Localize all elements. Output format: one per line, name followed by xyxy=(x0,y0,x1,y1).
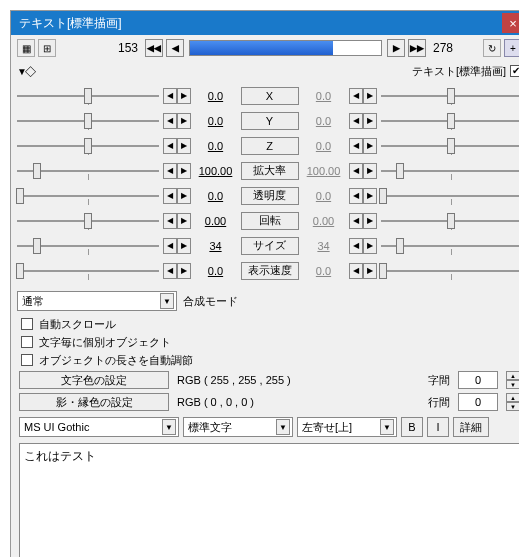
align-combo[interactable]: 左寄せ[上] ▼ xyxy=(297,417,397,437)
nudge-dec-button[interactable]: ◀ xyxy=(349,138,363,154)
nudge-dec-button[interactable]: ◀ xyxy=(163,213,177,229)
param-name-button[interactable]: サイズ xyxy=(241,237,299,255)
param-name-button[interactable]: 拡大率 xyxy=(241,162,299,180)
param-slider-right[interactable] xyxy=(381,137,520,155)
param-value-right[interactable]: 0.0 xyxy=(303,90,345,102)
param-value-right[interactable]: 0.0 xyxy=(303,190,345,202)
add-button[interactable]: + xyxy=(504,39,519,57)
nudge-inc-button[interactable]: ▶ xyxy=(177,213,191,229)
seek-prev-button[interactable]: ◀ xyxy=(166,39,184,57)
nudge-inc-button[interactable]: ▶ xyxy=(363,88,377,104)
nudge-dec-button[interactable]: ◀ xyxy=(349,163,363,179)
param-name-button[interactable]: Y xyxy=(241,112,299,130)
nudge-dec-button[interactable]: ◀ xyxy=(163,263,177,279)
seek-end-button[interactable]: ▶▶ xyxy=(408,39,426,57)
param-value-left[interactable]: 0.0 xyxy=(195,190,237,202)
nudge-dec-button[interactable]: ◀ xyxy=(349,238,363,254)
timeline-bar[interactable] xyxy=(189,40,382,56)
param-slider-right[interactable] xyxy=(381,237,520,255)
param-value-right[interactable]: 0.0 xyxy=(303,115,345,127)
seek-next-button[interactable]: ▶ xyxy=(387,39,405,57)
param-value-left[interactable]: 0.0 xyxy=(195,115,237,127)
nudge-dec-button[interactable]: ◀ xyxy=(163,238,177,254)
option-checkbox[interactable] xyxy=(21,354,33,366)
spin-down-button[interactable]: ▼ xyxy=(506,380,519,389)
param-slider-left[interactable] xyxy=(17,187,159,205)
nudge-inc-button[interactable]: ▶ xyxy=(177,163,191,179)
nudge-inc-button[interactable]: ▶ xyxy=(177,88,191,104)
nudge-inc-button[interactable]: ▶ xyxy=(177,188,191,204)
blend-mode-combo[interactable]: 通常 ▼ xyxy=(17,291,177,311)
nudge-dec-button[interactable]: ◀ xyxy=(163,188,177,204)
italic-button[interactable]: I xyxy=(427,417,449,437)
collapse-icon[interactable]: ▼ xyxy=(17,66,27,77)
param-value-left[interactable]: 0.0 xyxy=(195,90,237,102)
bold-button[interactable]: B xyxy=(401,417,423,437)
nudge-dec-button[interactable]: ◀ xyxy=(349,88,363,104)
text-color-button[interactable]: 文字色の設定 xyxy=(19,371,169,389)
nudge-dec-button[interactable]: ◀ xyxy=(349,188,363,204)
param-slider-left[interactable] xyxy=(17,262,159,280)
spin-down-button[interactable]: ▼ xyxy=(506,402,519,411)
param-slider-right[interactable] xyxy=(381,87,520,105)
param-slider-left[interactable] xyxy=(17,87,159,105)
nudge-dec-button[interactable]: ◀ xyxy=(349,263,363,279)
camera2-icon[interactable]: ⊞ xyxy=(38,39,56,57)
font-weight-combo[interactable]: 標準文字 ▼ xyxy=(183,417,293,437)
spin-up-button[interactable]: ▲ xyxy=(506,371,519,380)
param-name-button[interactable]: 回転 xyxy=(241,212,299,230)
nudge-dec-button[interactable]: ◀ xyxy=(349,113,363,129)
shadow-color-button[interactable]: 影・縁色の設定 xyxy=(19,393,169,411)
nudge-dec-button[interactable]: ◀ xyxy=(163,163,177,179)
param-value-left[interactable]: 34 xyxy=(195,240,237,252)
loop-button[interactable]: ↻ xyxy=(483,39,501,57)
param-name-button[interactable]: 透明度 xyxy=(241,187,299,205)
param-slider-right[interactable] xyxy=(381,112,520,130)
param-slider-left[interactable] xyxy=(17,137,159,155)
camera-icon[interactable]: ▦ xyxy=(17,39,35,57)
nudge-inc-button[interactable]: ▶ xyxy=(363,138,377,154)
text-input[interactable] xyxy=(19,443,519,557)
enable-checkbox[interactable]: ✔ xyxy=(510,65,519,77)
spin-up-button[interactable]: ▲ xyxy=(506,393,519,402)
nudge-dec-button[interactable]: ◀ xyxy=(349,213,363,229)
nudge-dec-button[interactable]: ◀ xyxy=(163,88,177,104)
nudge-dec-button[interactable]: ◀ xyxy=(163,138,177,154)
param-value-right[interactable]: 100.00 xyxy=(303,165,345,177)
param-value-right[interactable]: 0.0 xyxy=(303,140,345,152)
font-name-combo[interactable]: MS UI Gothic ▼ xyxy=(19,417,179,437)
nudge-inc-button[interactable]: ▶ xyxy=(177,263,191,279)
close-button[interactable]: × xyxy=(502,13,519,33)
option-checkbox[interactable] xyxy=(21,318,33,330)
param-value-left[interactable]: 0.00 xyxy=(195,215,237,227)
param-slider-right[interactable] xyxy=(381,212,520,230)
param-value-left[interactable]: 100.00 xyxy=(195,165,237,177)
nudge-inc-button[interactable]: ▶ xyxy=(363,113,377,129)
nudge-inc-button[interactable]: ▶ xyxy=(363,213,377,229)
nudge-inc-button[interactable]: ▶ xyxy=(363,163,377,179)
param-value-left[interactable]: 0.0 xyxy=(195,265,237,277)
nudge-inc-button[interactable]: ▶ xyxy=(363,188,377,204)
seek-start-button[interactable]: ◀◀ xyxy=(145,39,163,57)
char-spacing-input[interactable] xyxy=(458,371,498,389)
nudge-dec-button[interactable]: ◀ xyxy=(163,113,177,129)
option-checkbox[interactable] xyxy=(21,336,33,348)
param-name-button[interactable]: X xyxy=(241,87,299,105)
param-slider-right[interactable] xyxy=(381,162,520,180)
param-slider-left[interactable] xyxy=(17,212,159,230)
nudge-inc-button[interactable]: ▶ xyxy=(177,238,191,254)
param-value-right[interactable]: 0.0 xyxy=(303,265,345,277)
param-value-right[interactable]: 34 xyxy=(303,240,345,252)
param-slider-right[interactable] xyxy=(381,262,520,280)
param-name-button[interactable]: Z xyxy=(241,137,299,155)
param-slider-left[interactable] xyxy=(17,237,159,255)
param-slider-left[interactable] xyxy=(17,112,159,130)
nudge-inc-button[interactable]: ▶ xyxy=(177,138,191,154)
param-value-right[interactable]: 0.00 xyxy=(303,215,345,227)
nudge-inc-button[interactable]: ▶ xyxy=(177,113,191,129)
detail-button[interactable]: 詳細 xyxy=(453,417,489,437)
param-slider-right[interactable] xyxy=(381,187,520,205)
nudge-inc-button[interactable]: ▶ xyxy=(363,238,377,254)
param-slider-left[interactable] xyxy=(17,162,159,180)
line-spacing-input[interactable] xyxy=(458,393,498,411)
